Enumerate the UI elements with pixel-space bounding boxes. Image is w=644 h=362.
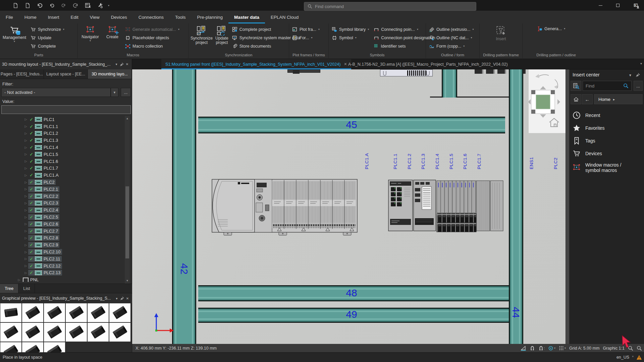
expander-icon[interactable]: ▷ — [23, 125, 28, 128]
expander-icon[interactable]: ▷ — [23, 146, 28, 149]
tree-item[interactable]: ▷ ✓ PLC2.5 — [0, 214, 125, 221]
grid-toggle-icon[interactable]: ▾ — [559, 346, 566, 351]
generate-automatically-button[interactable]: Generate automatical...▾ — [124, 25, 180, 34]
symbol-button[interactable]: Symbol▾ — [331, 34, 370, 42]
tree-item[interactable]: ▷ ✓ PLC2.6 — [0, 221, 125, 228]
tree-item[interactable]: ▷ ✓ PLC1 — [0, 116, 125, 123]
filter-more-button[interactable]: ... — [121, 88, 131, 97]
minimize-button[interactable] — [592, 0, 609, 11]
synchronize-button[interactable]: Synchronize▾ — [30, 25, 65, 34]
tree-item[interactable]: ▷ ✓ PLC1.1 — [0, 123, 125, 130]
tree-item[interactable]: ▷ ✓ PLC1.A — [0, 172, 125, 179]
locale-indicator[interactable]: en_US — [616, 355, 629, 360]
form-copper-button[interactable]: Form (copp...▾ — [428, 42, 475, 50]
breadcrumb[interactable]: Home ▸ — [594, 94, 643, 104]
expander-icon[interactable]: ▷ — [23, 167, 28, 170]
tree-item[interactable]: ▷ ✓ PLC1.5 — [0, 151, 125, 158]
redo-icon[interactable] — [60, 1, 68, 9]
expander-icon[interactable]: ▷ — [23, 139, 28, 142]
menu-item[interactable]: Home — [19, 11, 42, 23]
navigator-button[interactable]: Navigator▾ — [80, 24, 101, 51]
menu-item[interactable]: File — [0, 11, 19, 23]
plot-frame-button[interactable]: Plot fra...▾ — [291, 25, 321, 34]
general-button[interactable]: Genera...▾ — [536, 24, 566, 33]
tree-item[interactable]: ▷ ✓ PLC2.9 — [0, 241, 125, 248]
expander-icon[interactable]: ▷ — [23, 194, 28, 198]
tree-item[interactable]: ▷ ✓ PLC2.10 — [0, 248, 125, 255]
design-mode-icon[interactable] — [521, 345, 526, 351]
expander-icon[interactable]: ▷ — [23, 174, 28, 177]
preview-thumbnail[interactable] — [44, 323, 65, 342]
preview-thumbnail[interactable] — [88, 303, 109, 322]
view-tab[interactable]: List — [18, 284, 35, 293]
preview-thumbnail[interactable] — [109, 323, 130, 342]
panel-tab[interactable]: Layout space - [EE... — [44, 69, 88, 79]
grid-size-status[interactable]: Grid A: 5.00 mm — [569, 346, 599, 351]
tree-scrollbar[interactable]: ▲ ▼ — [125, 116, 130, 284]
tree-item[interactable]: ▷ ✓ PLC2.4 — [0, 206, 125, 214]
doc-tab-inactive[interactable]: A-B_N.1756-N2_3D.ema [A] ([EES]_Macro_Pr… — [344, 59, 512, 69]
back-button[interactable]: ← — [582, 94, 593, 104]
preview-thumbnail[interactable] — [66, 323, 87, 342]
user-window-icon[interactable] — [632, 2, 641, 10]
scroll-up-icon[interactable]: ▲ — [125, 116, 130, 121]
preview-thumbnail[interactable] — [0, 323, 21, 342]
expander-icon[interactable]: ▷ — [23, 118, 28, 121]
preview-close-icon[interactable]: ✕ — [125, 297, 130, 300]
insert-center-item[interactable]: Tags — [569, 134, 644, 147]
find-options-button[interactable] — [571, 81, 581, 91]
outline-nc-data-button[interactable]: Outline (NC dat...▾ — [428, 34, 475, 42]
undo-icon[interactable] — [48, 1, 56, 9]
breadcrumb-home[interactable]: Home — [598, 97, 610, 102]
management-button[interactable]: Management▾ — [2, 24, 27, 51]
filter-dropdown[interactable]: - Not activated - — [1, 88, 111, 97]
expander-icon[interactable]: ▷ — [23, 229, 28, 233]
expander-icon[interactable]: ▷ — [23, 250, 28, 254]
expander-icon[interactable]: ▷ — [23, 271, 28, 275]
preview-menu-icon[interactable]: ▾ — [114, 297, 119, 300]
quick-access-dropdown-icon[interactable]: ▾ — [108, 4, 109, 7]
preview-thumbnail[interactable] — [44, 303, 65, 322]
tree-item[interactable]: ▷ ✓ PLC1.3 — [0, 137, 125, 144]
warning-icon[interactable] — [636, 355, 642, 360]
tree-item[interactable]: ▷ ✓ PLC1.7 — [0, 165, 125, 172]
view-navigation-overlay[interactable] — [529, 69, 566, 133]
filter-dropdown-caret[interactable]: ▼ — [111, 88, 118, 97]
complete-button[interactable]: Complete — [30, 42, 65, 50]
preview-thumbnail[interactable] — [109, 303, 130, 322]
tree-item[interactable]: ▷ ✓ PNL — [0, 276, 125, 283]
symbol-library-button[interactable]: Symbol library▾ — [331, 25, 370, 34]
canvas-scrollbar-strip[interactable] — [566, 69, 569, 344]
form-button[interactable]: For...▾ — [291, 34, 321, 42]
tree-item[interactable]: ▷ ✓ PLC2.13 — [0, 269, 125, 277]
preview-thumbnail[interactable] — [22, 323, 43, 342]
menu-item[interactable]: Pre-planning — [191, 11, 228, 23]
menu-item[interactable]: Master data — [228, 11, 265, 23]
expander-icon[interactable]: ▷ — [23, 257, 28, 260]
menu-item[interactable]: Insert — [42, 11, 65, 23]
page-back-icon[interactable] — [11, 1, 19, 9]
layer-visibility-icon[interactable]: ▾ — [548, 346, 555, 351]
panel-pin-icon[interactable] — [119, 62, 124, 66]
tree-item[interactable]: ▷ ✓ PLC2.7 — [0, 228, 125, 235]
insert-center-item[interactable]: Window macros / symbol macros — [569, 160, 644, 175]
expander-icon[interactable]: ▷ — [23, 216, 28, 219]
synchronize-project-button[interactable]: Synchronize project — [191, 24, 213, 51]
preview-thumbnail[interactable] — [22, 303, 43, 322]
tree-item[interactable]: ▷ ✓ PLC2.12 — [0, 262, 125, 269]
update-project-button[interactable]: Update project — [215, 24, 228, 51]
tree-item[interactable]: ▷ ✓ PLC1.4 — [0, 144, 125, 151]
insert-center-search-input[interactable]: Find — [583, 81, 632, 91]
insert-button[interactable]: Insert — [489, 24, 514, 51]
table-delete-icon[interactable] — [84, 1, 92, 9]
placeholder-objects-button[interactable]: Placeholder objects — [124, 34, 180, 42]
panel-tab[interactable]: 3D mounting layo... — [88, 69, 132, 79]
tree-item[interactable]: ▷ ✓ PLC1.6 — [0, 158, 125, 165]
menu-item[interactable]: View — [84, 11, 105, 23]
home-button[interactable] — [571, 94, 581, 104]
outline-extrusion-button[interactable]: Outline (extrusio...▾ — [428, 25, 475, 34]
update-button[interactable]: Update — [30, 34, 65, 42]
preview-pin-icon[interactable] — [119, 296, 125, 300]
expander-icon[interactable]: ▷ — [23, 208, 28, 212]
insert-center-more-button[interactable]: ... — [634, 81, 643, 91]
